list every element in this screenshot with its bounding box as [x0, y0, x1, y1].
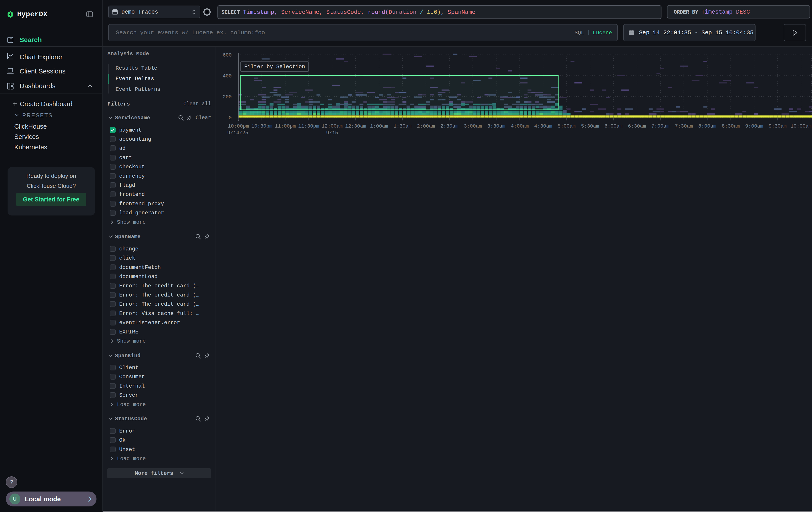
svg-text:2:00am: 2:00am [417, 123, 435, 129]
svg-text:9:30am: 9:30am [768, 123, 787, 129]
svg-text:6:00am: 6:00am [605, 123, 622, 129]
svg-text:4:00am: 4:00am [511, 123, 529, 129]
svg-text:400: 400 [223, 73, 232, 79]
svg-text:5:30am: 5:30am [581, 123, 599, 129]
svg-text:600: 600 [223, 52, 232, 58]
svg-text:1:30am: 1:30am [394, 123, 411, 129]
svg-text:11:00pm: 11:00pm [275, 123, 296, 129]
svg-text:2:30am: 2:30am [440, 123, 459, 129]
svg-text:10:00pm: 10:00pm [228, 123, 249, 129]
svg-text:10:00am: 10:00am [791, 123, 812, 129]
svg-text:200: 200 [223, 94, 232, 100]
svg-text:3:30am: 3:30am [487, 123, 505, 129]
svg-text:8:30am: 8:30am [722, 123, 740, 129]
svg-text:10:30pm: 10:30pm [251, 123, 272, 129]
svg-text:5:00am: 5:00am [558, 123, 576, 129]
svg-text:9:00am: 9:00am [745, 123, 763, 129]
svg-text:4:30am: 4:30am [534, 123, 552, 129]
svg-text:7:30am: 7:30am [675, 123, 693, 129]
svg-text:0: 0 [229, 115, 232, 121]
svg-text:12:00am: 12:00am [322, 123, 343, 129]
svg-text:6:30am: 6:30am [628, 123, 646, 129]
svg-text:1:00am: 1:00am [370, 123, 388, 129]
svg-text:9/15: 9/15 [326, 130, 338, 136]
svg-text:7:00am: 7:00am [651, 123, 669, 129]
svg-text:9/14/25: 9/14/25 [227, 130, 249, 136]
svg-text:11:30pm: 11:30pm [298, 123, 319, 129]
svg-text:12:30am: 12:30am [345, 123, 366, 129]
svg-text:8:00am: 8:00am [698, 123, 716, 129]
svg-text:3:00am: 3:00am [464, 123, 482, 129]
